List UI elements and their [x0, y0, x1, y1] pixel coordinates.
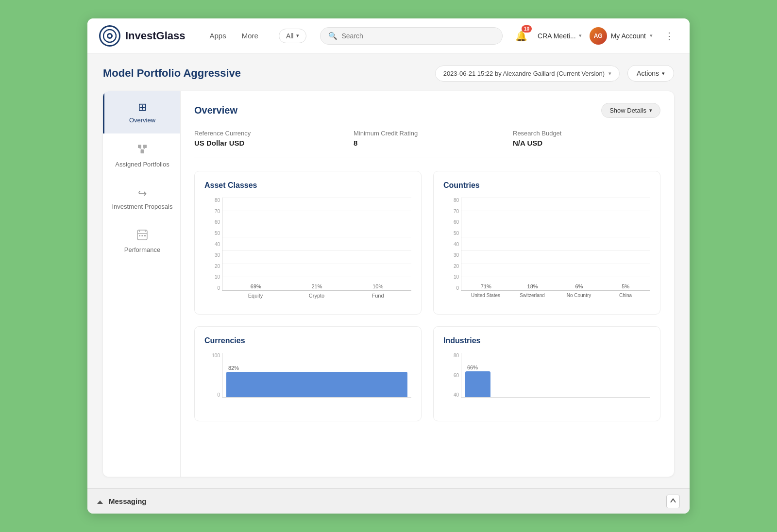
x-label-equity: Equity — [230, 293, 281, 304]
sidebar-item-performance-label: Performance — [124, 246, 160, 253]
app-window: InvestGlass Apps More All ▾ 🔍 🔔 10 CRA M… — [87, 18, 690, 514]
bars-industries: 66% — [461, 353, 650, 397]
page-header: Model Portfolio Aggressive 2023-06-21 15… — [103, 65, 674, 82]
search-input[interactable] — [341, 32, 494, 40]
navbar: InvestGlass Apps More All ▾ 🔍 🔔 10 CRA M… — [87, 18, 690, 53]
y-tick: 40 — [215, 242, 220, 247]
avatar-initials: AG — [594, 33, 603, 39]
chart-currencies-title: Currencies — [204, 336, 411, 345]
bars-currencies: 82% — [222, 353, 411, 397]
show-details-label: Show Details — [609, 107, 646, 114]
svg-rect-5 — [141, 150, 144, 153]
meta-min-credit-rating-label: Minimum Credit Rating — [354, 130, 501, 137]
y-tick: 0 — [217, 285, 220, 291]
svg-rect-14 — [144, 235, 146, 236]
actions-chevron-icon: ▾ — [662, 70, 665, 77]
chart-asset-classes-title: Asset Classes — [204, 181, 411, 190]
meta-min-credit-rating-value: 8 — [354, 139, 501, 147]
meta-research-budget-value: N/A USD — [513, 139, 660, 147]
version-label: 2023-06-21 15:22 by Alexandre Gaillard (… — [443, 70, 605, 77]
search-bar[interactable]: 🔍 — [320, 27, 503, 45]
chart-area-currencies: 82% — [222, 353, 411, 398]
sidebar-item-investment-proposals-label: Investment Proposals — [112, 203, 172, 210]
y-tick: 70 — [215, 209, 220, 214]
y-axis-countries: 80 70 60 50 40 30 20 10 0 — [443, 198, 461, 291]
chart-currencies-container: 100 0 82% — [204, 353, 411, 411]
account-chevron-icon: ▾ — [650, 33, 653, 39]
meta-research-budget-label: Research Budget — [513, 130, 660, 137]
bar-usd: 82% — [226, 365, 407, 397]
sidebar-item-assigned-portfolios[interactable]: Assigned Portfolios — [103, 133, 180, 178]
performance-icon — [137, 230, 148, 243]
overview-panel: Overview Show Details ▾ Reference Curren… — [181, 91, 674, 477]
account-label: My Account — [611, 32, 646, 40]
y-tick: 30 — [215, 252, 220, 258]
sidebar-item-overview-label: Overview — [129, 116, 155, 124]
svg-line-6 — [140, 148, 143, 150]
messaging-footer: Messaging — [87, 488, 690, 514]
overview-title: Overview — [194, 105, 237, 116]
meta-research-budget: Research Budget N/A USD — [513, 130, 660, 147]
y-axis-currencies: 100 0 — [204, 353, 222, 398]
assigned-portfolios-icon — [136, 143, 148, 158]
sidebar: ⊞ Overview Assigned Portfolios — [103, 91, 181, 477]
bar-us: 71% — [465, 283, 507, 290]
y-tick: 50 — [215, 231, 220, 236]
x-labels: Equity Crypto Fund — [222, 293, 411, 304]
version-selector[interactable]: 2023-06-21 15:22 by Alexandre Gaillard (… — [435, 66, 620, 82]
svg-rect-4 — [143, 145, 147, 148]
y-tick: 10 — [215, 274, 220, 280]
actions-button[interactable]: Actions ▾ — [627, 65, 674, 82]
logo-icon — [99, 25, 120, 47]
actions-label: Actions — [637, 69, 659, 77]
navbar-nav: Apps More — [203, 28, 265, 44]
page-title: Model Portfolio Aggressive — [103, 67, 241, 80]
sidebar-item-investment-proposals[interactable]: ↪ Investment Proposals — [103, 178, 180, 220]
meta-reference-currency: Reference Currency US Dollar USD — [194, 130, 342, 147]
svg-rect-12 — [139, 235, 140, 236]
overview-icon: ⊞ — [138, 101, 147, 114]
nav-more[interactable]: More — [235, 28, 265, 44]
sidebar-item-assigned-portfolios-label: Assigned Portfolios — [115, 161, 169, 168]
chart-countries-title: Countries — [443, 181, 650, 190]
sidebar-item-performance[interactable]: Performance — [103, 220, 180, 263]
meta-min-credit-rating: Minimum Credit Rating 8 — [354, 130, 501, 147]
avatar: AG — [590, 27, 607, 45]
meeting-chevron-icon: ▾ — [579, 33, 582, 39]
chart-area-industries: 66% — [461, 353, 650, 398]
svg-rect-3 — [138, 145, 141, 148]
more-options-button[interactable]: ⋮ — [660, 28, 678, 44]
notifications-button[interactable]: 🔔 10 — [512, 27, 530, 45]
body-layout: ⊞ Overview Assigned Portfolios — [103, 91, 674, 477]
messaging-expand-button[interactable] — [666, 495, 680, 508]
logo[interactable]: InvestGlass — [99, 25, 186, 47]
search-icon: 🔍 — [328, 32, 338, 40]
account-dropdown[interactable]: AG My Account ▾ — [590, 27, 653, 45]
chart-countries: Countries 80 70 60 50 40 30 20 10 — [433, 171, 660, 315]
filter-label: All — [286, 32, 294, 40]
meta-row: Reference Currency US Dollar USD Minimum… — [194, 130, 660, 157]
y-tick: 80 — [215, 198, 220, 203]
bar-crypto: 21% — [291, 283, 343, 290]
meeting-dropdown[interactable]: CRA Meeti... ▾ — [538, 32, 582, 40]
chart-industries-title: Industries — [443, 336, 650, 345]
filter-chevron-icon: ▾ — [296, 33, 299, 39]
x-labels-countries: United States Switzerland No Country Chi… — [461, 293, 650, 304]
y-tick: 20 — [215, 264, 220, 269]
bar-china: 5% — [605, 283, 646, 290]
chart-area-countries: 71% 18% 6% — [461, 198, 650, 291]
investment-proposals-icon: ↪ — [138, 187, 147, 200]
bar-industry1-rect — [465, 371, 490, 397]
chart-industries: Industries 80 60 40 66% — [433, 326, 660, 421]
filter-dropdown[interactable]: All ▾ — [279, 29, 307, 43]
notif-badge: 10 — [522, 25, 532, 33]
show-details-button[interactable]: Show Details ▾ — [601, 103, 660, 118]
sidebar-item-overview[interactable]: ⊞ Overview — [103, 91, 180, 133]
show-details-chevron-icon: ▾ — [649, 107, 652, 114]
nav-apps[interactable]: Apps — [203, 28, 233, 44]
main-content: Model Portfolio Aggressive 2023-06-21 15… — [87, 53, 690, 488]
x-label-crypto: Crypto — [291, 293, 342, 304]
chart-currencies: Currencies 100 0 82% — [194, 326, 422, 421]
bar-fund: 10% — [352, 283, 404, 290]
bar-no-country: 6% — [558, 283, 600, 290]
